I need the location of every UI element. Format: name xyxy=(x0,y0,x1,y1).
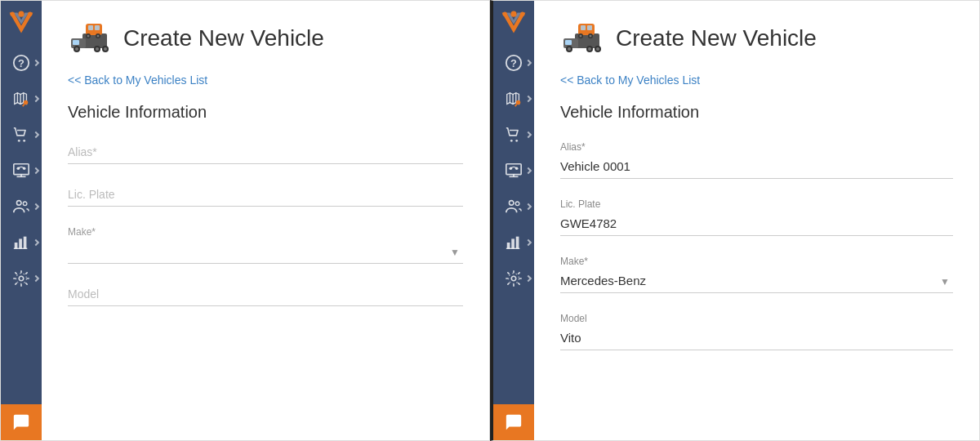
section-title-right: Vehicle Information xyxy=(560,103,953,122)
sidebar-left: ? xyxy=(1,1,42,440)
help-chevron-icon xyxy=(33,60,39,66)
sidebar-nav-left: ? xyxy=(1,45,42,404)
sidebar-item-tracking[interactable] xyxy=(1,81,42,117)
sidebar-item-routes-right[interactable] xyxy=(493,153,534,189)
svg-rect-72 xyxy=(565,40,572,45)
svg-rect-22 xyxy=(19,238,22,248)
svg-rect-66 xyxy=(516,237,519,249)
svg-rect-21 xyxy=(15,243,18,248)
model-input-left[interactable] xyxy=(68,283,463,306)
routes-chevron-icon xyxy=(33,167,39,174)
svg-rect-57 xyxy=(506,164,521,175)
tracking-chevron-icon-right xyxy=(525,96,532,102)
page-header-left: Create New Vehicle xyxy=(68,20,463,56)
lic-plate-input-right[interactable] xyxy=(560,213,953,236)
orders-chevron-icon-right xyxy=(525,131,532,138)
svg-line-54 xyxy=(515,104,517,106)
drivers-chevron-icon-right xyxy=(525,203,532,210)
model-label-right: Model xyxy=(560,313,953,324)
svg-point-55 xyxy=(510,140,513,142)
main-content-left: Create New Vehicle << Back to My Vehicle… xyxy=(42,1,489,440)
svg-point-83 xyxy=(580,35,582,38)
svg-point-35 xyxy=(104,47,107,51)
svg-rect-38 xyxy=(95,25,100,30)
svg-point-74 xyxy=(568,47,571,51)
sidebar-item-drivers[interactable] xyxy=(1,189,42,225)
sidebar-item-tracking-right[interactable] xyxy=(493,81,534,117)
sidebar-item-routes[interactable] xyxy=(1,153,42,189)
section-title-left: Vehicle Information xyxy=(68,103,463,122)
svg-point-47 xyxy=(520,12,524,16)
sidebar-item-settings[interactable] xyxy=(1,261,42,296)
sidebar-item-help[interactable]: ? xyxy=(1,45,42,81)
sidebar-item-orders-right[interactable] xyxy=(493,117,534,153)
sidebar-item-help-right[interactable]: ? xyxy=(493,45,534,81)
svg-rect-37 xyxy=(88,25,93,30)
svg-point-46 xyxy=(503,12,507,16)
alias-input-left[interactable] xyxy=(68,141,463,164)
svg-rect-81 xyxy=(587,25,592,30)
back-link-left[interactable]: << Back to My Vehicles List xyxy=(68,74,207,87)
settings-chevron-icon-right xyxy=(525,275,532,282)
svg-point-68 xyxy=(511,276,516,281)
svg-point-33 xyxy=(96,47,99,51)
sidebar-item-reports-right[interactable] xyxy=(493,225,534,261)
page-title-right: Create New Vehicle xyxy=(616,25,817,51)
svg-point-26 xyxy=(16,274,27,284)
svg-rect-14 xyxy=(14,164,29,175)
sidebar-item-drivers-right[interactable] xyxy=(493,189,534,225)
svg-text:?: ? xyxy=(510,57,517,69)
make-select-left[interactable]: Mercedes-Benz BMW Volkswagen Ford Toyota xyxy=(68,241,463,264)
reports-chevron-icon xyxy=(33,239,39,246)
chat-button-left[interactable] xyxy=(1,404,42,440)
svg-point-78 xyxy=(596,47,599,51)
svg-point-85 xyxy=(590,35,592,38)
sidebar-item-orders[interactable] xyxy=(1,117,42,153)
svg-point-12 xyxy=(18,140,20,142)
logo-left xyxy=(1,1,42,42)
svg-point-31 xyxy=(75,47,78,51)
make-select-wrapper-left: Mercedes-Benz BMW Volkswagen Ford Toyota… xyxy=(68,241,463,264)
main-content-right: Create New Vehicle << Back to My Vehicle… xyxy=(534,1,979,440)
svg-point-63 xyxy=(515,202,519,206)
alias-group-right: Alias* xyxy=(560,141,953,179)
routes-chevron-icon-right xyxy=(525,167,532,174)
svg-point-20 xyxy=(23,202,27,206)
svg-point-56 xyxy=(515,140,518,142)
chat-button-right[interactable] xyxy=(493,404,534,440)
alias-input-right[interactable] xyxy=(560,156,953,179)
svg-point-45 xyxy=(510,11,516,17)
svg-point-4 xyxy=(28,12,32,16)
svg-line-11 xyxy=(23,104,24,106)
sidebar-item-settings-right[interactable] xyxy=(493,261,534,296)
svg-point-25 xyxy=(19,276,24,281)
vehicle-icon-right xyxy=(560,20,606,56)
svg-rect-29 xyxy=(73,40,79,45)
svg-rect-23 xyxy=(24,237,27,249)
page-header-right: Create New Vehicle xyxy=(560,20,953,56)
lic-plate-group-right: Lic. Plate xyxy=(560,198,953,236)
svg-rect-80 xyxy=(581,25,586,30)
svg-point-40 xyxy=(87,35,90,38)
svg-point-62 xyxy=(510,201,514,206)
svg-rect-65 xyxy=(511,238,514,248)
make-label-left: Make* xyxy=(68,226,463,238)
lic-plate-input-left[interactable] xyxy=(68,184,463,207)
make-group-left: Make* Mercedes-Benz BMW Volkswagen Ford … xyxy=(68,226,463,264)
alias-group-left xyxy=(68,141,463,164)
svg-point-3 xyxy=(11,12,15,16)
svg-point-76 xyxy=(588,47,591,51)
model-group-right: Model xyxy=(560,313,953,350)
model-input-right[interactable] xyxy=(560,327,953,350)
svg-rect-64 xyxy=(507,243,510,248)
sidebar-item-reports[interactable] xyxy=(1,225,42,261)
right-panel: ? xyxy=(490,0,980,441)
svg-point-2 xyxy=(18,11,24,17)
make-select-right[interactable]: Mercedes-Benz BMW Volkswagen Ford Toyota xyxy=(560,270,953,293)
left-panel: ? xyxy=(0,0,490,441)
tracking-chevron-icon xyxy=(33,96,39,102)
back-link-right[interactable]: << Back to My Vehicles List xyxy=(560,74,700,87)
page-title-left: Create New Vehicle xyxy=(123,25,324,51)
help-chevron-icon-right xyxy=(525,60,532,66)
model-group-left xyxy=(68,283,463,306)
